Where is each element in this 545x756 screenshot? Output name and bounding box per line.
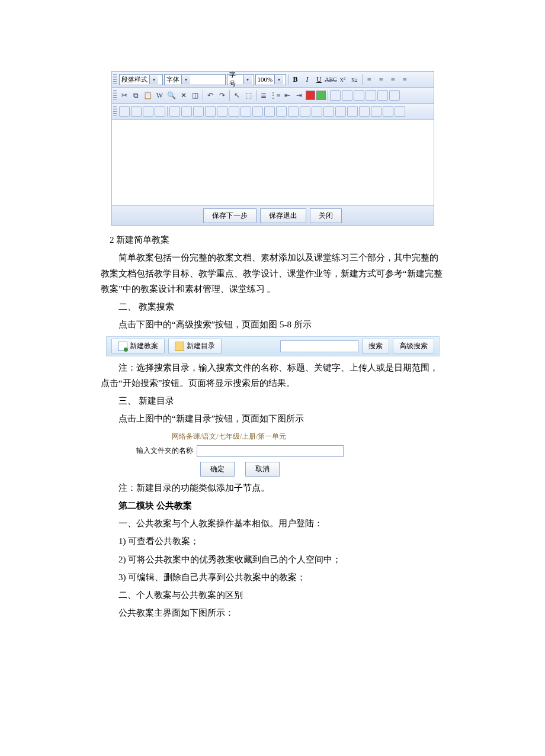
toolbar-row-2: ✂ ⧉ 📋 W 🔍 ✕ ◫ ↶ ↷ ↖ ⬚ ≣ ⋮≡ ⇤ ⇥ [111,88,434,104]
new-folder-dialog: 网络备课/语文/七年级/上册/第一单元 输入文件夹的名称 确定 取消 [136,430,344,477]
toolbar-row-3 [111,104,434,120]
font-color-button[interactable] [306,91,315,100]
folder-name-label: 输入文件夹的名称 [136,446,193,456]
separator [362,74,363,85]
ok-button[interactable]: 确定 [200,462,235,477]
search-toolbar: 新建教案 新建目录 搜索 高级搜索 [106,336,440,356]
subscript-button[interactable]: x₂ [350,74,360,85]
insert-char-icon[interactable] [205,106,216,117]
separator [203,90,203,101]
list-item: 1) 可查看公共教案； [101,533,444,549]
insert-flash-icon[interactable] [131,106,142,117]
insert-template-icon[interactable] [335,106,346,117]
folder-icon [175,342,184,351]
new-folder-button[interactable]: 新建目录 [168,339,222,353]
font-select[interactable]: 字体▾ [164,74,226,85]
body-line: 二、 教案搜索 [101,299,444,314]
rich-text-editor: 段落样式▾ 字体▾ 字号▾ 100%▾ B I U ABC x² x₂ ≡ ≡ … [111,71,434,226]
unordered-list-button[interactable]: ⋮≡ [270,90,281,101]
strike-button[interactable]: ABC [326,74,336,85]
select-label: 字体 [166,75,179,84]
tool-icon[interactable] [366,90,376,101]
body-line: 三、 新建目录 [101,393,444,408]
folder-name-input[interactable] [197,445,344,457]
tool-icon[interactable] [389,90,400,101]
document-icon [118,342,127,351]
paste-button[interactable]: 📋 [143,90,153,101]
chevron-down-icon: ▾ [243,75,251,84]
ordered-list-button[interactable]: ≣ [258,90,269,101]
insert-object-icon[interactable] [323,106,334,117]
tool-icon[interactable] [354,90,364,101]
advanced-search-button[interactable]: 高级搜索 [393,339,434,353]
select-label: 100% [258,76,273,83]
close-button[interactable]: 关闭 [310,208,342,223]
insert-quote-icon[interactable] [276,106,287,117]
body-line: 二、个人教案与公共教案的区别 [101,587,444,603]
underline-button[interactable]: U [314,74,325,85]
bg-color-button[interactable] [316,91,326,100]
zoom-select[interactable]: 100%▾ [255,74,286,85]
insert-code-icon[interactable] [264,106,275,117]
insert-table-icon[interactable] [169,106,180,117]
insert-form-icon[interactable] [300,106,310,117]
save-exit-button[interactable]: 保存退出 [260,208,306,223]
body-line: 简单教案包括一份完整的教案文档、素材添加以及课堂练习三个部分，其中完整的教案文档… [101,250,444,297]
insert-hr-icon[interactable] [181,106,192,117]
search-button[interactable]: 搜索 [362,339,389,353]
preview-icon[interactable] [359,106,370,117]
indent-button[interactable]: ⇥ [294,90,304,101]
find-button[interactable]: 🔍 [166,90,177,101]
separator [328,90,328,101]
cancel-button[interactable]: 取消 [245,462,280,477]
search-input[interactable] [280,340,358,352]
chevron-down-icon: ▾ [149,75,158,84]
paste-word-button[interactable]: W [155,90,165,101]
bold-button[interactable]: B [290,74,301,85]
selectall-button[interactable]: ⬚ [243,90,254,101]
align-left-button[interactable]: ≡ [364,74,375,85]
list-item: 2) 可将公共教案中的优秀教案收藏到自己的个人空间中； [101,552,444,567]
clear-button[interactable]: ✕ [178,90,189,101]
fullscreen-icon[interactable] [347,106,358,117]
insert-file-icon[interactable] [155,106,165,117]
copy-button[interactable]: ⧉ [131,90,142,101]
insert-anchor-icon[interactable] [241,106,251,117]
insert-emoji-icon[interactable] [193,106,204,117]
undo-button[interactable]: ↶ [205,90,216,101]
cut-button[interactable]: ✂ [119,90,130,101]
print-icon[interactable] [371,106,382,117]
pointer-button[interactable]: ↖ [232,90,242,101]
insert-link-icon[interactable] [252,106,263,117]
align-justify-button[interactable]: ≡ [400,74,411,85]
insert-layer-icon[interactable] [288,106,299,117]
tool-icon[interactable] [330,90,341,101]
outdent-button[interactable]: ⇤ [282,90,293,101]
insert-time-icon[interactable] [229,106,239,117]
redo-button[interactable]: ↷ [217,90,227,101]
toolbar-grip [113,106,117,117]
eraser-button[interactable]: ◫ [190,90,201,101]
body-line: 公共教案主界面如下图所示： [101,605,444,620]
list-item: 3) 可编辑、删除自己共享到公共教案中的教案； [101,570,444,585]
font-size-select[interactable]: 字号▾ [227,74,254,85]
insert-image-icon[interactable] [119,106,130,117]
insert-date-icon[interactable] [217,106,227,117]
paragraph-style-select[interactable]: 段落样式▾ [119,74,163,85]
breadcrumb: 网络备课/语文/七年级/上册/第一单元 [136,430,344,445]
editor-content-area[interactable] [111,120,434,205]
save-next-button[interactable]: 保存下一步 [203,208,257,223]
align-center-button[interactable]: ≡ [376,74,387,85]
tool-icon[interactable] [342,90,352,101]
tool-icon[interactable] [377,90,388,101]
align-right-button[interactable]: ≡ [388,74,399,85]
italic-button[interactable]: I [302,74,313,85]
source-icon[interactable] [383,106,393,117]
superscript-button[interactable]: x² [338,74,348,85]
help-icon[interactable] [395,106,405,117]
new-plan-button[interactable]: 新建教案 [111,339,165,353]
body-line: 点击下图中的“高级搜索”按钮，页面如图 5-8 所示 [101,317,444,332]
insert-media-icon[interactable] [143,106,153,117]
insert-button-icon[interactable] [312,106,322,117]
toolbar-row-1: 段落样式▾ 字体▾ 字号▾ 100%▾ B I U ABC x² x₂ ≡ ≡ … [111,71,434,88]
